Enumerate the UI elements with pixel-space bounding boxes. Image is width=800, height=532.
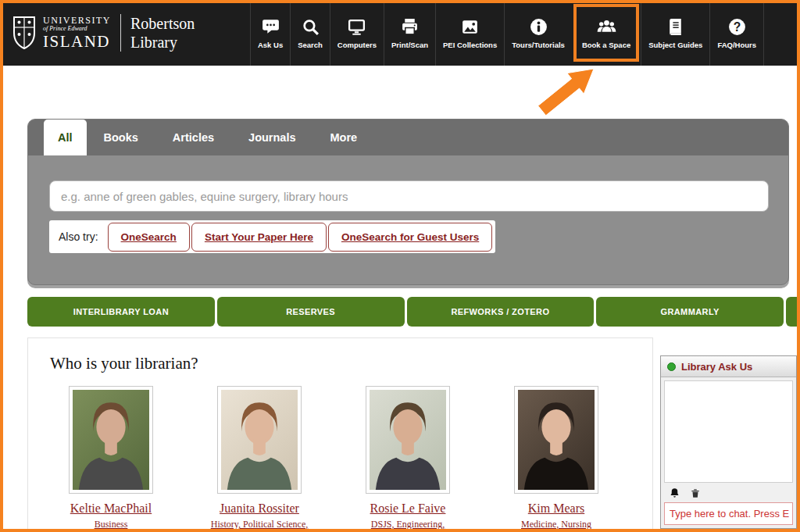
tab-more[interactable]: More	[313, 120, 375, 155]
book-icon	[666, 17, 685, 37]
library-name-line2: Library	[130, 33, 195, 52]
onesearch-link[interactable]: OneSearch	[108, 223, 190, 252]
site-header: UNIVERSITY of Prince Edward ISLAND Rober…	[0, 0, 800, 66]
header-nav: Ask Us Search Computers Print/Scan	[250, 0, 800, 66]
people-icon	[597, 17, 616, 37]
portrait-photo	[221, 390, 298, 490]
nav-label: Search	[298, 41, 323, 49]
reserves-button[interactable]: RESERVES	[217, 297, 405, 327]
library-homepage: UNIVERSITY of Prince Edward ISLAND Rober…	[0, 0, 800, 532]
printer-icon	[400, 17, 420, 37]
interlibrary-loan-button[interactable]: INTERLIBRARY LOAN	[27, 297, 215, 327]
annotation-arrow	[522, 69, 600, 123]
librarian-photo[interactable]	[217, 386, 302, 494]
trash-icon[interactable]	[690, 487, 701, 499]
university-wordmark: UNIVERSITY of Prince Edward ISLAND	[43, 16, 111, 50]
librarian-card: Keltie MacPhail Business	[52, 386, 170, 532]
quick-link-partial[interactable]	[786, 297, 797, 327]
librarian-card: Juanita Rossiter History, Political Scie…	[201, 386, 318, 532]
nav-label: Computers	[338, 41, 377, 49]
nav-label: Tours/Tutorials	[512, 41, 565, 49]
portrait-photo	[370, 390, 446, 490]
also-try-label: Also try:	[59, 230, 98, 243]
librarian-name-link[interactable]: Kim Mears	[498, 502, 615, 516]
nav-item-faq-hours[interactable]: ? FAQ/Hours	[709, 0, 764, 66]
brand-divider	[120, 14, 121, 52]
search-panel: All Books Articles Journals More Also tr…	[27, 119, 789, 285]
svg-text:?: ?	[733, 20, 741, 34]
quick-links-row: INTERLIBRARY LOAN RESERVES REFWORKS / ZO…	[27, 297, 797, 327]
university-word-bottom: ISLAND	[43, 34, 111, 50]
librarian-cards: Keltie MacPhail Business Juanita Rossite…	[28, 386, 652, 532]
librarian-photo[interactable]	[514, 386, 598, 494]
question-icon: ?	[727, 17, 747, 37]
librarian-section: Who is your librarian? Keltie MacPhail B…	[27, 337, 653, 532]
librarian-subjects-link[interactable]: History, Political Science, Island Studi…	[201, 519, 318, 532]
nav-item-print-scan[interactable]: Print/Scan	[384, 0, 435, 66]
nav-label: Ask Us	[258, 41, 283, 49]
onesearch-guest-link[interactable]: OneSearch for Guest Users	[328, 223, 492, 252]
librarian-card: Kim Mears Medicine, Nursing	[498, 386, 615, 532]
chat-input[interactable]: Type here to chat. Press E	[664, 502, 793, 525]
librarian-name-link[interactable]: Juanita Rossiter	[201, 502, 318, 516]
nav-label: Book a Space	[582, 41, 630, 49]
chat-toolbar	[661, 486, 796, 501]
also-try-bar: Also try: OneSearch Start Your Paper Her…	[49, 220, 495, 253]
nav-item-subject-guides[interactable]: Subject Guides	[641, 0, 709, 66]
refworks-zotero-button[interactable]: REFWORKS / ZOTERO	[407, 297, 595, 327]
nav-item-pei-collections[interactable]: PEI Collections	[435, 0, 504, 66]
search-icon	[301, 17, 320, 37]
library-name-line1: Robertson	[130, 14, 195, 33]
upei-shield-icon	[12, 15, 36, 51]
librarian-subjects-link[interactable]: Medicine, Nursing	[498, 519, 615, 531]
library-name: Robertson Library	[130, 14, 195, 52]
chat-title: Library Ask Us	[681, 361, 752, 373]
chat-message-area	[664, 380, 793, 483]
nav-item-book-a-space[interactable]: Book a Space	[573, 4, 639, 62]
chat-widget: Library Ask Us Type here to chat. Press …	[660, 355, 797, 529]
nav-label: PEI Collections	[443, 41, 497, 49]
nav-item-tours-tutorials[interactable]: Tours/Tutorials	[504, 0, 572, 66]
nav-item-computers[interactable]: Computers	[330, 0, 384, 66]
librarian-subjects-link[interactable]: Business	[52, 519, 170, 531]
brand-logo[interactable]: UNIVERSITY of Prince Edward ISLAND Rober…	[0, 0, 195, 66]
section-heading: Who is your librarian?	[50, 354, 652, 373]
start-your-paper-link[interactable]: Start Your Paper Here	[191, 223, 327, 252]
librarian-subjects-link[interactable]: DSJS, Engineering, Mathematics and more.…	[349, 519, 466, 532]
nav-label: FAQ/Hours	[717, 41, 756, 49]
librarian-photo[interactable]	[366, 386, 450, 494]
portrait-photo	[73, 390, 149, 490]
nav-item-ask-us[interactable]: Ask Us	[250, 0, 290, 66]
tab-books[interactable]: Books	[87, 120, 155, 155]
ask-us-chat-icon	[261, 17, 280, 37]
librarian-name-link[interactable]: Rosie Le Faive	[349, 502, 466, 516]
chat-header[interactable]: Library Ask Us	[661, 356, 796, 377]
library-search-input[interactable]	[49, 180, 769, 212]
search-tab-bar: All Books Articles Journals More	[28, 120, 788, 155]
librarian-name-link[interactable]: Keltie MacPhail	[52, 502, 170, 516]
image-icon	[460, 17, 480, 37]
tab-all[interactable]: All	[44, 120, 87, 155]
librarian-photo[interactable]	[69, 386, 153, 494]
tab-journals[interactable]: Journals	[231, 120, 312, 155]
info-icon	[529, 17, 548, 37]
portrait-photo	[518, 390, 595, 490]
grammarly-button[interactable]: GRAMMARLY	[596, 297, 784, 327]
librarian-card: Rosie Le Faive DSJS, Engineering, Mathem…	[349, 386, 466, 532]
online-status-icon	[667, 362, 676, 371]
bell-icon[interactable]	[669, 487, 680, 499]
university-word-mid: of Prince Edward	[43, 26, 111, 32]
nav-label: Subject Guides	[648, 41, 702, 49]
university-word-top: UNIVERSITY	[43, 16, 111, 25]
nav-item-search[interactable]: Search	[290, 0, 330, 66]
computers-icon	[347, 17, 366, 37]
nav-label: Print/Scan	[391, 41, 428, 49]
tab-articles[interactable]: Articles	[155, 120, 231, 155]
